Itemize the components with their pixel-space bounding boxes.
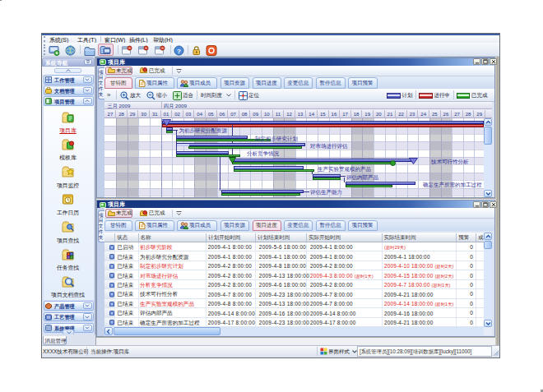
svg-text:?: ? — [177, 48, 181, 55]
